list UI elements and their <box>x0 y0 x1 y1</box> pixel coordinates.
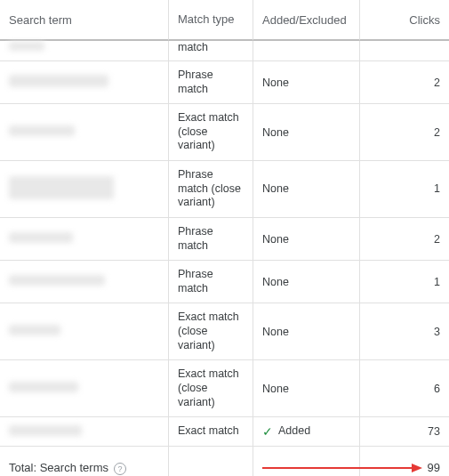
redacted-term <box>9 75 108 87</box>
cell-clicks: 2 <box>360 218 449 261</box>
added-label: None <box>262 276 289 288</box>
total-clicks: 99 <box>360 447 449 476</box>
cell-match-type: Exact match (close variant) <box>169 104 253 161</box>
table-row[interactable]: Phrase matchNone2 <box>0 218 449 261</box>
table-row[interactable]: Phrase matchNone2 <box>0 61 449 104</box>
cell-added-excluded: None <box>253 360 360 417</box>
cell-clicks: 73 <box>360 417 449 447</box>
cell-match-type: Phrase match <box>169 261 253 303</box>
cell-added-excluded: None <box>253 161 360 218</box>
cell-clicks: 2 <box>360 104 449 161</box>
search-terms-table: Search term Match type Added/Excluded Cl… <box>0 0 449 476</box>
cell-added-excluded: None <box>253 218 360 261</box>
cell-match-type: match <box>169 41 253 61</box>
redacted-term <box>9 42 44 51</box>
table-header-row: Search term Match type Added/Excluded Cl… <box>0 0 449 41</box>
added-label: None <box>262 326 289 338</box>
total-row: Total: Search terms?99 <box>0 447 449 476</box>
cell-clicks: 2 <box>360 61 449 104</box>
cell-match-type: Phrase match <box>169 61 253 104</box>
total-label: Total: Search terms <box>9 461 108 474</box>
redacted-term <box>9 325 60 335</box>
cell-match-type: Phrase match (close variant) <box>169 161 253 218</box>
col-header-clicks[interactable]: Clicks <box>360 0 449 41</box>
table-row[interactable]: Phrase matchNone1 <box>0 261 449 303</box>
table-row[interactable]: Phrase match (close variant)None1 <box>0 161 449 218</box>
check-icon: ✓ <box>262 424 273 439</box>
cell-added-excluded: None <box>253 104 360 161</box>
redacted-term <box>9 232 73 243</box>
redacted-term <box>9 125 75 136</box>
cell-match-type: Exact match <box>169 417 253 447</box>
col-header-search-term[interactable]: Search term <box>0 0 169 41</box>
cell-match-type: Phrase match <box>169 218 253 261</box>
redacted-term <box>9 176 114 199</box>
cell-match-type: Exact match (close variant) <box>169 303 253 360</box>
redacted-term <box>9 382 78 392</box>
added-label: None <box>262 126 289 139</box>
table-row[interactable]: Exact match (close variant)None6 <box>0 360 449 417</box>
cell-clicks: 6 <box>360 360 449 417</box>
table-row: match <box>0 41 449 61</box>
col-header-added-excluded[interactable]: Added/Excluded <box>253 0 360 41</box>
cell-added-excluded: ✓Added <box>253 417 360 447</box>
cell-added-excluded: None <box>253 261 360 303</box>
cell-added-excluded: None <box>253 61 360 104</box>
cell-clicks: 1 <box>360 261 449 303</box>
added-label: None <box>262 77 289 89</box>
added-label: None <box>262 182 289 195</box>
cell-clicks: 3 <box>360 303 449 360</box>
help-icon[interactable]: ? <box>114 463 126 475</box>
table-row[interactable]: Exact match (close variant)None2 <box>0 104 449 161</box>
added-label: Added <box>278 424 310 437</box>
cell-match-type: Exact match (close variant) <box>169 360 253 417</box>
added-label: None <box>262 383 289 395</box>
table-row[interactable]: Exact match✓Added73 <box>0 417 449 447</box>
col-header-match-type[interactable]: Match type <box>169 0 253 41</box>
table-row[interactable]: Exact match (close variant)None3 <box>0 303 449 360</box>
redacted-term <box>9 275 105 286</box>
redacted-term <box>9 425 82 436</box>
cell-clicks: 1 <box>360 161 449 218</box>
added-label: None <box>262 233 289 246</box>
cell-added-excluded: None <box>253 303 360 360</box>
